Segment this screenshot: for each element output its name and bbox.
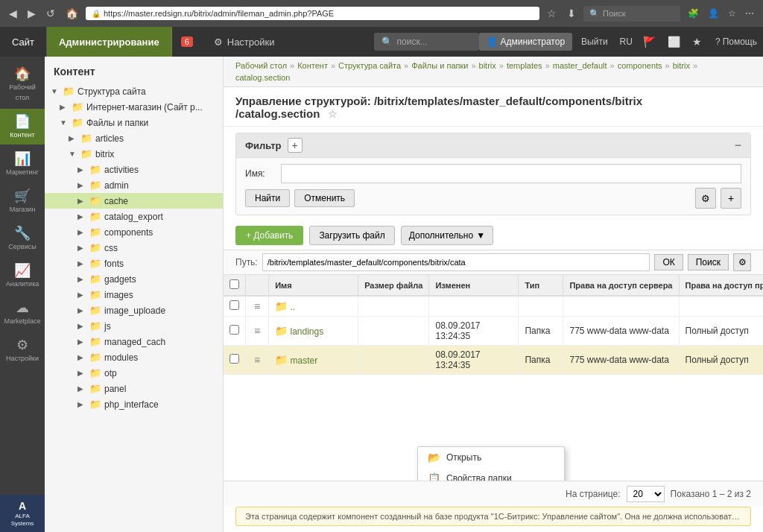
tree-item-otp[interactable]: ▶ 📁 otp <box>45 365 223 381</box>
tree-item-image-upload[interactable]: ▶ 📁 image_uploade <box>45 303 223 318</box>
top-search-bar[interactable]: 🔍 поиск... <box>374 33 479 51</box>
row-check-landings[interactable] <box>229 325 239 335</box>
breadcrumb-templates[interactable]: templates <box>507 61 542 70</box>
context-menu-item-open[interactable]: 📂 Открыть <box>418 447 564 468</box>
tree-item-bitrix[interactable]: ▼ 📁 bitrix <box>45 146 223 162</box>
row-check-master[interactable] <box>229 354 239 364</box>
landings-link[interactable]: landings <box>291 326 324 337</box>
sidebar-item-content[interactable]: 📄 Контент <box>0 109 45 145</box>
breadcrumb-content[interactable]: Контент <box>297 61 328 70</box>
th-server-access[interactable]: Права на доступ сервера <box>563 275 679 296</box>
tree-item-activities[interactable]: ▶ 📁 activities <box>45 162 223 177</box>
nav-forward-button[interactable]: ▶ <box>25 6 39 21</box>
upload-button[interactable]: Загрузить файл <box>309 226 394 245</box>
breadcrumb-components[interactable]: components <box>618 61 662 70</box>
breadcrumb-bitrix2[interactable]: bitrix <box>673 61 690 70</box>
settings-nav-button[interactable]: ⚙ Настройки <box>205 27 284 57</box>
tree-item-managed-cache[interactable]: ▶ 📁 managed_cach <box>45 334 223 349</box>
tree-item-shop[interactable]: ▶ 📁 Интернет-магазин (Сайт р... <box>45 99 223 115</box>
star-icon[interactable]: ☆ <box>725 7 739 20</box>
row-menu-icon-landings[interactable]: ≡ <box>252 325 262 337</box>
tree-item-php-interface[interactable]: ▶ 📁 php_interface <box>45 396 223 412</box>
tree-item-js[interactable]: ▶ 📁 js <box>45 318 223 334</box>
select-all-checkbox[interactable] <box>229 279 239 289</box>
filter-plus-button[interactable]: + <box>721 188 741 209</box>
row-menu-icon-master[interactable]: ≡ <box>252 354 262 366</box>
filter-cancel-button[interactable]: Отменить <box>294 189 355 207</box>
path-ok-button[interactable]: ОК <box>654 254 683 270</box>
notification-button[interactable]: 6 <box>172 27 205 57</box>
sidebar-item-settings[interactable]: ⚙ Настройки <box>0 332 45 368</box>
parent-dir-link[interactable]: .. <box>291 302 296 312</box>
path-settings-button[interactable]: ⚙ <box>733 253 751 271</box>
admin-nav-button[interactable]: Администрирование <box>47 27 172 57</box>
breadcrumb-bitrix[interactable]: bitrix <box>479 61 496 70</box>
tree-item-components[interactable]: ▶ 📁 components <box>45 224 223 240</box>
filter-settings-button[interactable]: ⚙ <box>695 188 716 209</box>
breadcrumb-structure[interactable]: Структура сайта <box>338 61 401 70</box>
path-search-button[interactable]: Поиск <box>688 254 729 270</box>
filter-find-button[interactable]: Найти <box>245 189 290 207</box>
bookmark-icon[interactable]: ☆ <box>544 6 560 21</box>
logout-link[interactable]: Выйти <box>575 37 614 47</box>
flag-icon[interactable]: 🚩 <box>639 36 660 48</box>
nav-back-button[interactable]: ◀ <box>6 6 20 21</box>
tree-item-gadgets[interactable]: ▶ 📁 gadgets <box>45 271 223 287</box>
master-link[interactable]: master <box>291 355 318 366</box>
content-label: Контент <box>10 131 34 139</box>
per-page-select[interactable]: 20 50 100 <box>627 486 665 502</box>
sidebar-item-shop[interactable]: 🛒 Магазин <box>0 183 45 219</box>
language-selector[interactable]: RU <box>617 37 636 47</box>
tree-item-images[interactable]: ▶ 📁 images <box>45 287 223 303</box>
square-icon[interactable]: ⬜ <box>663 36 685 48</box>
nav-home-button[interactable]: 🏠 <box>63 6 81 21</box>
context-menu-item-properties[interactable]: 📋 Свойства папки <box>418 468 564 481</box>
breadcrumb-desktop[interactable]: Рабочий стол <box>235 61 287 70</box>
breadcrumb-files[interactable]: Файлы и папки <box>411 61 468 70</box>
th-product-access[interactable]: Права на доступ продукта <box>679 275 763 296</box>
nav-reload-button[interactable]: ↺ <box>43 6 58 21</box>
table-header-row: Имя Размер файла Изменен Тип Права на до… <box>224 275 763 296</box>
add-button[interactable]: + Добавить <box>235 226 303 245</box>
tree-item-cache[interactable]: ▶ 📁 cache <box>45 193 223 209</box>
filter-add-button[interactable]: + <box>288 138 303 153</box>
th-type[interactable]: Тип <box>519 275 563 296</box>
tree-item-files[interactable]: ▼ 📁 Файлы и папки <box>45 115 223 130</box>
download-icon[interactable]: ⬇ <box>564 6 579 21</box>
tree-item-articles[interactable]: ▶ 📁 articles <box>45 130 223 146</box>
settings-icon[interactable]: ⋯ <box>742 7 757 20</box>
tree-item-admin[interactable]: ▶ 📁 admin <box>45 177 223 193</box>
extensions-icon[interactable]: 🧩 <box>685 7 702 20</box>
tree-item-modules[interactable]: ▶ 📁 modules <box>45 349 223 365</box>
row-menu-icon-parent[interactable]: ≡ <box>252 300 262 312</box>
sidebar-item-services[interactable]: 🔧 Сервисы <box>0 221 45 256</box>
sidebar-item-marketplace[interactable]: ☁ Marketplace <box>0 295 45 331</box>
star-top-icon[interactable]: ★ <box>688 36 706 48</box>
tree-item-fonts[interactable]: ▶ 📁 fonts <box>45 256 223 271</box>
sidebar-item-analytics[interactable]: 📈 Аналитика <box>0 258 45 294</box>
user-menu-button[interactable]: 👤 Администратор <box>479 33 573 51</box>
sidebar-item-desktop[interactable]: 🏠 Рабочий стол <box>0 61 45 107</box>
more-button[interactable]: Дополнительно ▼ <box>401 226 493 245</box>
site-nav-button[interactable]: Сайт <box>0 27 47 57</box>
help-button[interactable]: ? Помощь <box>709 37 763 47</box>
path-input[interactable] <box>262 253 650 271</box>
tree-item-panel[interactable]: ▶ 📁 panel <box>45 381 223 396</box>
tree-item-css[interactable]: ▶ 📁 css <box>45 240 223 256</box>
th-size[interactable]: Размер файла <box>358 275 429 296</box>
bookmark-star-icon[interactable]: ☆ <box>328 108 338 120</box>
breadcrumb-master-default[interactable]: master_default <box>553 61 607 70</box>
sidebar-item-marketing[interactable]: 📊 Маркетинг <box>0 146 45 182</box>
tree-item-catalog-export[interactable]: ▶ 📁 catalog_export <box>45 209 223 224</box>
row-size-landings <box>358 317 429 346</box>
row-check-parent[interactable] <box>229 300 239 310</box>
address-bar[interactable]: 🔒 https://master.redsign.ru/bitrix/admin… <box>86 7 539 20</box>
user-profile-icon[interactable]: 👤 <box>705 7 722 20</box>
th-name[interactable]: Имя <box>269 275 358 296</box>
breadcrumb-catalog-section[interactable]: catalog.section <box>235 73 290 82</box>
filter-name-input[interactable] <box>281 164 741 183</box>
th-date[interactable]: Изменен <box>429 275 519 296</box>
filter-minimize-button[interactable]: – <box>735 139 741 152</box>
alfa-systems-badge[interactable]: A ALFA Systems <box>0 495 45 532</box>
tree-item-structure[interactable]: ▼ 📁 Структура сайта <box>45 83 223 99</box>
